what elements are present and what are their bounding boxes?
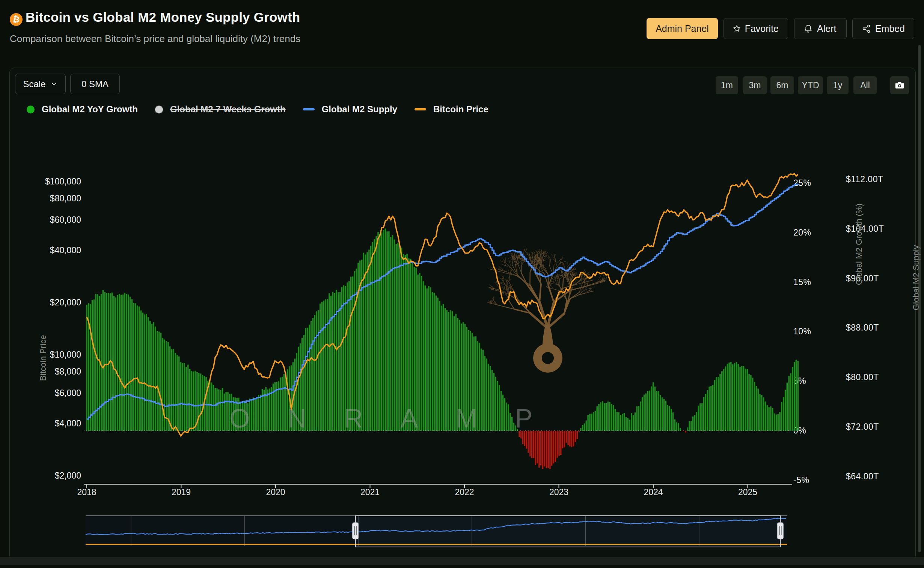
share-icon bbox=[862, 24, 871, 33]
alert-button[interactable]: Alert bbox=[794, 18, 847, 39]
admin-panel-button[interactable]: Admin Panel bbox=[647, 18, 718, 39]
navigator[interactable] bbox=[86, 516, 787, 547]
favorite-button[interactable]: Favorite bbox=[724, 18, 788, 39]
chart-panel: Scale 0 SMA 1m3m6mYTD1yAll Global M2 YoY… bbox=[9, 68, 916, 561]
star-icon bbox=[733, 24, 741, 33]
embed-button[interactable]: Embed bbox=[852, 18, 914, 39]
navigator-right-handle[interactable] bbox=[777, 523, 783, 539]
page-title: Bitcoin vs Global M2 Money Supply Growth bbox=[26, 10, 300, 25]
vertical-scrollbar[interactable] bbox=[918, 45, 921, 552]
onramp-watermark: ONRAMP bbox=[229, 403, 570, 434]
navigator-left-handle[interactable] bbox=[353, 523, 359, 539]
page-subtitle: Comparison between Bitcoin’s price and g… bbox=[10, 33, 300, 45]
bell-icon bbox=[803, 24, 813, 33]
main-chart-plot[interactable] bbox=[10, 68, 915, 560]
app-root: ₿ Bitcoin vs Global M2 Money Supply Grow… bbox=[0, 0, 924, 568]
horizontal-scrollbar[interactable] bbox=[0, 557, 924, 565]
tree-logo-icon bbox=[487, 249, 607, 373]
bitcoin-logo-icon: ₿ bbox=[10, 13, 23, 26]
